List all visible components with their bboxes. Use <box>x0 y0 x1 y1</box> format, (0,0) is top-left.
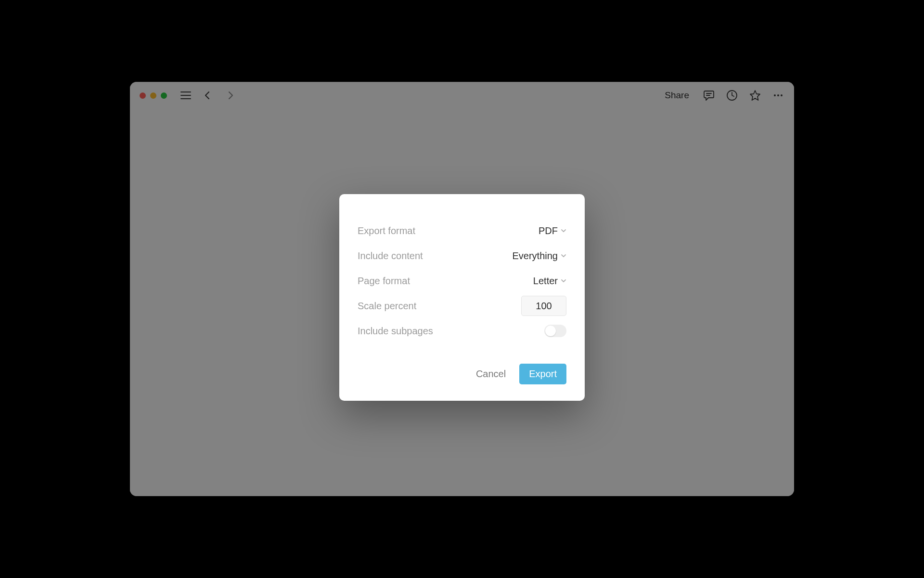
page-format-select[interactable]: Letter <box>533 276 566 287</box>
toggle-knob <box>545 326 556 336</box>
row-export-format: Export format PDF <box>358 218 566 243</box>
scale-percent-label: Scale percent <box>358 301 416 312</box>
chevron-down-icon <box>561 228 566 234</box>
export-dialog: Export format PDF Include content Everyt… <box>339 194 585 401</box>
include-subpages-label: Include subpages <box>358 326 433 337</box>
export-format-label: Export format <box>358 225 415 236</box>
chevron-down-icon <box>561 278 566 284</box>
export-format-select[interactable]: PDF <box>539 225 566 236</box>
scale-percent-input[interactable] <box>521 296 566 316</box>
app-window: Share <box>130 82 794 496</box>
include-content-label: Include content <box>358 250 423 262</box>
page-format-label: Page format <box>358 276 410 287</box>
row-include-subpages: Include subpages <box>358 318 566 343</box>
row-page-format: Page format Letter <box>358 268 566 293</box>
chevron-down-icon <box>561 253 566 259</box>
export-format-value: PDF <box>539 225 558 236</box>
export-button[interactable]: Export <box>519 364 566 384</box>
include-content-select[interactable]: Everything <box>513 250 567 262</box>
include-subpages-toggle[interactable] <box>544 325 566 337</box>
dialog-footer: Cancel Export <box>358 364 566 384</box>
row-include-content: Include content Everything <box>358 243 566 268</box>
cancel-button[interactable]: Cancel <box>476 368 506 380</box>
row-scale-percent: Scale percent <box>358 293 566 318</box>
page-format-value: Letter <box>533 276 558 287</box>
include-content-value: Everything <box>513 250 558 262</box>
